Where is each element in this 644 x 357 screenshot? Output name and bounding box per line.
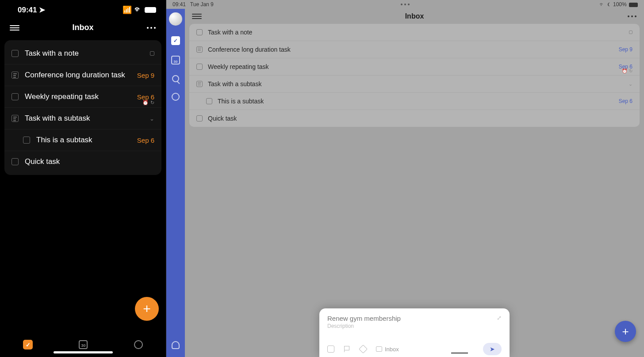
- status-right: ᯤ ☾ 100%: [599, 1, 638, 8]
- task-row[interactable]: Task with a subtask ⌄: [189, 76, 640, 93]
- sidebar-tasks-icon[interactable]: ✓: [171, 36, 180, 45]
- description-icon[interactable]: [196, 46, 203, 53]
- alarm-icon: ⏰: [622, 68, 627, 73]
- task-title: Task with a note: [208, 29, 632, 36]
- plus-icon: +: [622, 326, 629, 337]
- sidebar-calendar-icon[interactable]: 30: [171, 56, 180, 65]
- avatar[interactable]: [169, 12, 182, 26]
- checkbox-icon[interactable]: [12, 50, 19, 57]
- home-indicator[interactable]: [54, 351, 113, 353]
- task-date: Sep 6: [137, 93, 154, 101]
- tablet-sidebar: ✓ 30: [166, 9, 185, 357]
- sidebar-notifications-icon[interactable]: [172, 341, 180, 349]
- checkbox-icon[interactable]: [196, 29, 203, 35]
- subtask-toggle-icon[interactable]: ⌄: [150, 115, 154, 122]
- more-icon[interactable]: [146, 27, 156, 29]
- send-button[interactable]: ➤: [483, 343, 502, 355]
- phone-toolbar: Inbox: [0, 19, 166, 37]
- status-time: 09:41: [172, 1, 186, 8]
- task-title: Weekly repeating task: [25, 92, 137, 101]
- note-icon: [629, 30, 632, 34]
- sheet-toolbar: Inbox ➤: [327, 346, 502, 353]
- checkbox-icon[interactable]: [206, 98, 212, 104]
- task-title: Conference long duration task: [25, 71, 137, 80]
- task-row[interactable]: Weekly repeating task Sep 6 ⏰ ↻: [4, 86, 161, 108]
- task-row[interactable]: This is a subtask Sep 6: [4, 129, 161, 151]
- status-left: 09:41 ➤: [18, 5, 45, 15]
- task-title: Weekly repeating task: [208, 63, 619, 70]
- add-task-button[interactable]: +: [615, 321, 636, 342]
- repeat-icon: ↻: [150, 100, 154, 106]
- task-date: Sep 6: [137, 137, 154, 144]
- tablet-task-list: Task with a note Conference long duratio…: [189, 24, 640, 127]
- battery-text: 100%: [613, 1, 627, 8]
- task-title: Task with a subtask: [208, 80, 632, 87]
- checkbox-icon[interactable]: [12, 93, 19, 100]
- task-title: Conference long duration task: [208, 46, 619, 53]
- phone-title: Inbox: [73, 23, 94, 32]
- task-date: Sep 9: [137, 72, 154, 79]
- sidebar-search-icon[interactable]: [172, 75, 179, 82]
- task-row[interactable]: This is a subtask Sep 6: [189, 93, 640, 110]
- phone-status-bar: 09:41 ➤ 📶 ᯤ: [0, 0, 166, 19]
- tab-settings[interactable]: [134, 340, 143, 349]
- list-selector[interactable]: Inbox: [376, 346, 399, 353]
- phone-frame: 09:41 ➤ 📶 ᯤ Inbox Task with a note Confe…: [0, 0, 166, 357]
- checkbox-icon[interactable]: [196, 115, 203, 122]
- status-date: Tue Jan 9: [190, 1, 214, 8]
- tab-calendar[interactable]: 30: [79, 340, 88, 349]
- battery-icon: [145, 7, 156, 13]
- checkbox-icon[interactable]: [196, 64, 203, 70]
- tag-icon[interactable]: [359, 345, 368, 353]
- more-icon[interactable]: [627, 15, 637, 17]
- expand-icon[interactable]: ⤢: [497, 315, 502, 322]
- task-title: Task with a note: [25, 49, 154, 58]
- status-left: 09:41 Tue Jan 9: [172, 1, 214, 8]
- add-task-button[interactable]: +: [135, 297, 159, 321]
- tablet-title: Inbox: [405, 12, 424, 20]
- checkbox-icon[interactable]: [23, 137, 30, 144]
- menu-icon[interactable]: [192, 14, 202, 19]
- task-title: Quick task: [25, 157, 154, 166]
- date-picker-icon[interactable]: [327, 346, 334, 353]
- task-row[interactable]: Conference long duration task Sep 9: [189, 41, 640, 58]
- description-icon[interactable]: [196, 81, 203, 87]
- description-icon[interactable]: [12, 72, 19, 79]
- input-cursor-line: [451, 353, 468, 353]
- quick-add-description[interactable]: Description: [327, 323, 502, 329]
- description-icon[interactable]: [12, 115, 19, 122]
- dnd-icon: ☾: [607, 1, 610, 8]
- task-row[interactable]: Quick task: [4, 151, 161, 172]
- quick-add-input[interactable]: [327, 315, 497, 322]
- checkbox-icon[interactable]: [12, 158, 19, 165]
- task-row[interactable]: Quick task: [189, 110, 640, 127]
- task-row[interactable]: Task with a note: [4, 43, 161, 65]
- location-icon: ➤: [39, 5, 45, 15]
- multitask-dots-icon[interactable]: [401, 4, 410, 5]
- task-row[interactable]: Weekly repeating task Sep 6 ⏰ ↻: [189, 58, 640, 76]
- sheet-head: ⤢: [327, 315, 502, 322]
- task-title: Quick task: [208, 115, 632, 122]
- tab-tasks[interactable]: ✓: [23, 340, 33, 349]
- wifi-icon: ᯤ: [599, 1, 605, 8]
- phone-task-list: Task with a note Conference long duratio…: [4, 40, 161, 175]
- priority-icon[interactable]: [344, 346, 350, 352]
- calendar-day: 30: [81, 343, 85, 348]
- task-row[interactable]: Task with a note: [189, 24, 640, 41]
- task-row[interactable]: Task with a subtask ⌄: [4, 108, 161, 129]
- sidebar-settings-icon[interactable]: [172, 93, 180, 101]
- cellular-icon: 📶: [123, 5, 132, 15]
- repeat-icon: ↻: [629, 68, 632, 73]
- menu-icon[interactable]: [10, 25, 19, 30]
- calendar-day: 30: [174, 60, 178, 64]
- task-title: This is a subtask: [218, 98, 619, 105]
- subtask-toggle-icon[interactable]: ⌄: [629, 81, 632, 87]
- task-title: This is a subtask: [36, 136, 137, 144]
- task-row[interactable]: Conference long duration task Sep 9: [4, 65, 161, 86]
- send-icon: ➤: [490, 346, 495, 353]
- tablet-status-bar: 09:41 Tue Jan 9 ᯤ ☾ 100%: [166, 0, 644, 9]
- quick-add-sheet: ⤢ Description Inbox ➤: [319, 308, 510, 357]
- plus-icon: +: [143, 302, 151, 315]
- battery-icon: [629, 3, 638, 7]
- task-title: Task with a subtask: [25, 114, 154, 123]
